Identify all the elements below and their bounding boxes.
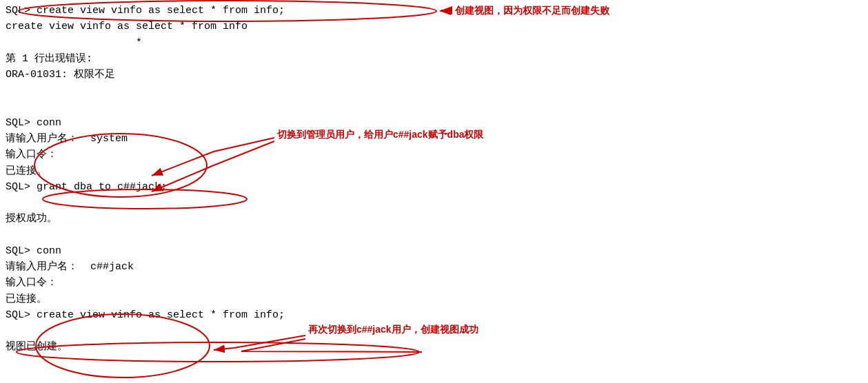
line-15 [6, 227, 862, 243]
line-21 [6, 323, 862, 339]
line-22: 视图已创建。 [6, 339, 862, 355]
line-9: 请输入用户名： system [6, 131, 862, 147]
line-7 [6, 99, 862, 115]
line-2: create view vinfo as select * from info [6, 19, 862, 34]
line-19: 已连接。 [6, 291, 862, 307]
line-14: 授权成功。 [6, 211, 862, 227]
line-4: 第 1 行出现错误: [6, 51, 862, 67]
line-18: 输入口令： [6, 275, 862, 291]
line-6 [6, 83, 862, 99]
line-1: SQL> create view vinfo as select * from … [6, 3, 862, 19]
line-11: 已连接。 [6, 163, 862, 179]
line-12: SQL> grant dba to c##jack; [6, 179, 862, 195]
line-5: ORA-01031: 权限不足 [6, 67, 862, 83]
line-3: * [6, 35, 862, 51]
line-20: SQL> create view vinfo as select * from … [6, 307, 862, 323]
line-8: SQL> conn [6, 115, 862, 131]
line-10: 输入口令： [6, 147, 862, 163]
terminal-output: SQL> create view vinfo as select * from … [0, 0, 868, 383]
line-13 [6, 195, 862, 211]
line-17: 请输入用户名： c##jack [6, 259, 862, 275]
line-16: SQL> conn [6, 243, 862, 259]
